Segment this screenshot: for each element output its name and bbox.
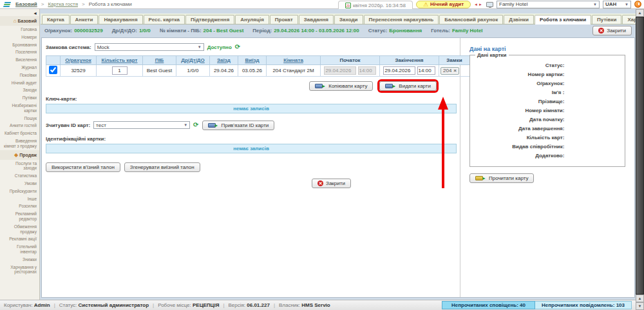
sidebar-item[interactable]: Знижки [0,256,39,264]
tab-item[interactable]: Прокат [270,15,298,24]
column-header[interactable]: Початок [321,56,380,65]
column-header[interactable]: Виїзд [238,56,267,65]
monitor-icon[interactable] [486,2,493,7]
use-entry-talon-button[interactable]: Використати в'їзний талон [46,162,120,172]
cards-count-input[interactable] [112,66,128,75]
lock-system-select[interactable]: Mock ▼ [95,43,204,51]
column-header[interactable]: Кімната [267,56,321,65]
sidebar-item[interactable]: Рекламні акції [0,235,39,243]
sidebar-item[interactable]: Головна [0,26,39,34]
tab-item[interactable]: Робота з ключами [535,15,591,24]
end-date-input[interactable] [383,66,415,75]
tab-item[interactable]: Анкети [70,15,99,24]
sidebar-item[interactable]: Прейскуранти [0,188,39,195]
scroll-down-icon[interactable]: ▼ [636,302,644,310]
column-header[interactable]: Кількість карт [97,56,143,65]
sidebar: ◄ ⌂ Базовий ГоловнаНомериБронюванняПосел… [0,9,40,300]
sidebar-item[interactable]: Кабінет броніста [0,130,39,137]
column-header[interactable]: Заїзд [210,56,238,65]
sidebar-item[interactable]: Виселення [0,56,39,64]
tab-item[interactable]: Путівки [592,15,621,24]
lock-available-status: Доступно [207,44,232,50]
sidebar-item[interactable]: Нічний аудит [0,79,39,87]
sidebar-collapse-arrow[interactable]: ◄ [0,10,39,16]
currency-select[interactable]: UAH ▼ [603,1,631,8]
start-time-input[interactable] [358,66,376,75]
sidebar-item[interactable]: Інше [0,195,39,203]
sidebar-item[interactable]: Обмеження продажу [0,223,39,236]
copy-card-button[interactable]: ► Копіювати карту [309,81,373,91]
tab-item[interactable]: Картка [42,15,70,24]
swap-arrows-icon[interactable]: ◄► [474,3,483,6]
sidebar-item[interactable]: Путівки [0,94,39,102]
hotel-select[interactable]: Family Hotel ▼ [497,1,600,8]
close-tab-button[interactable]: ✕ Закрити [592,26,632,35]
sidebar-item[interactable]: Рекламний редактор [0,210,39,223]
sidebar-item[interactable]: Журнал [0,64,39,72]
close-button[interactable]: ✕ Закрити [312,179,351,188]
end-time-input[interactable] [417,66,435,75]
sidebar-item[interactable]: Пошук [0,115,39,122]
key-cards-table: О/рахунокКількість картПІБДр/Дт/ДОЗаїздВ… [46,55,470,77]
refresh-icon[interactable]: ⟳ [235,44,240,50]
remove-lock-icon[interactable]: × [453,68,457,73]
sidebar-sales-items: Послуги та заходиСтатистикаУмовиПрейскур… [0,160,39,276]
card-data-fieldset: Дані картки Статус:Номер картки:О/рахуно… [469,55,625,167]
sidebar-item[interactable]: Заходи [0,86,39,94]
tab-item[interactable]: Підтвердження [185,15,234,24]
breadcrumb-module[interactable]: Базовий [15,1,37,7]
sidebar-item[interactable]: Бронювання [0,41,39,49]
bind-id-card-button[interactable]: ► Прив'язати ID карти [202,121,275,130]
sidebar-item[interactable]: Розсилки [0,202,39,210]
sidebar-item[interactable]: Статистика [0,172,39,180]
sidebar-group-sales[interactable]: ◆ Продаж [0,150,39,160]
unread-messages-badge[interactable]: Непрочитаних повідомлень: 103 [535,301,632,309]
card-field-label: Додатково: [477,151,564,160]
column-header[interactable]: Закінчення [380,56,439,65]
unread-notifications-badge[interactable]: Непрочитаних сповіщень: 40 [442,301,535,309]
tab-item[interactable]: Ануляція [235,15,269,24]
card-panel-title: Дані на карті [469,46,625,52]
column-header[interactable]: О/рахунок [61,56,97,65]
scroll-up-icon[interactable]: ▲ [636,9,644,17]
night-audit-badge[interactable]: ⚠ Нічний аудит [416,1,471,8]
tab-item[interactable]: Завдання [299,15,334,24]
row-checkbox[interactable] [49,66,57,74]
sidebar-item[interactable]: Незбережені картки [0,102,39,115]
breadcrumb-current: Робота з ключами [89,1,132,7]
start-date-input[interactable] [324,66,356,75]
sidebar-item[interactable]: Номери [0,34,39,41]
lock-tag-chip[interactable]: 204 × [440,67,459,75]
sidebar-group-label: Базовий [17,19,37,23]
vertical-scrollbar[interactable]: ▲ ▲ ▼ [636,9,644,310]
tab-item[interactable]: Перенесення нарахувань [364,15,439,24]
sidebar-item[interactable]: Поселення [0,48,39,56]
column-header[interactable] [46,56,61,65]
sidebar-item[interactable]: Умови [0,180,39,188]
reader-select[interactable]: тест ▼ [93,121,190,129]
breadcrumb-guest-card[interactable]: Картка гостя [48,1,78,7]
generate-exit-talon-button[interactable]: Згенерувати виїзний талон [124,162,200,172]
column-header[interactable]: ПІБ [143,56,176,65]
sidebar-item[interactable]: Виведення кімнат з продажу [0,137,39,150]
sidebar-item[interactable]: Послуги та заходи [0,160,39,173]
scroll-up-icon[interactable]: ▲ [636,295,644,302]
issue-cards-button[interactable]: ► Видати карти [379,81,437,91]
sidebar-item[interactable]: Готельний інвентар [0,243,39,256]
logout-power-button[interactable] [634,1,641,8]
sidebar-item[interactable]: Харчування у ресторанах [0,264,39,276]
tab-item[interactable]: Дзвінки [504,15,534,24]
sidebar-group-basic[interactable]: ⌂ Базовий [0,16,39,26]
tab-item[interactable]: Ресс. картка [144,15,185,24]
app-logo-icon[interactable] [3,2,12,7]
card-field-label: Дата завершення: [477,124,564,133]
scrollbar-thumb[interactable] [636,17,644,295]
column-header[interactable]: Др/Дт/ДО [176,56,210,65]
tab-item[interactable]: Нарахування [99,15,142,24]
sidebar-item[interactable]: Покоївки [0,72,39,79]
tab-item[interactable]: Балансовий рахунок [439,15,503,24]
tab-item[interactable]: Заходи [334,15,363,24]
date-time-display[interactable]: 29 квітня 2026р. 16:34:58 [338,1,413,9]
refresh-icon[interactable]: ⟳ [193,122,198,128]
sidebar-item[interactable]: Анкети гостей [0,122,39,130]
